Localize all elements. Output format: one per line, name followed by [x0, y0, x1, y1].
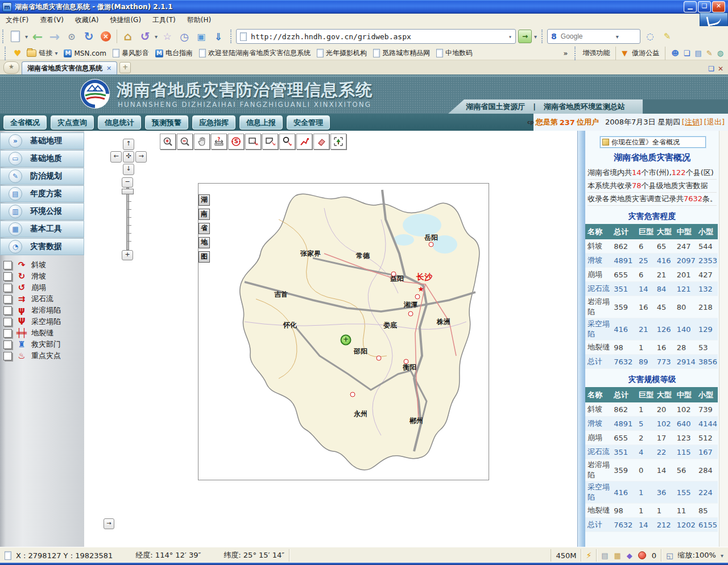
map-scroll-right-button[interactable]: → [104, 518, 114, 529]
nav-tab-全省概况[interactable]: 全省概况 [3, 115, 47, 130]
nav-tab-应急指挥[interactable]: 应急指挥 [192, 115, 235, 130]
pen-icon[interactable]: ✎ [706, 49, 713, 57]
layer-item-斜坡[interactable]: ↷斜坡 [0, 259, 84, 271]
link-land-resources-dept[interactable]: 湖南省国土资源厅 [466, 102, 525, 112]
sidebar-button-年度方案[interactable]: ▤年度方案 [0, 185, 84, 202]
zoom-in-map-button[interactable] [160, 134, 176, 149]
measure-distance-map-button[interactable]: ? [211, 134, 227, 149]
pan-down-button[interactable]: ↓ [123, 164, 134, 175]
user-icon[interactable]: ☻ [671, 49, 679, 57]
logout-link[interactable]: [注销] [682, 117, 702, 127]
resize-icon[interactable]: ◱ [666, 551, 673, 560]
nav-tab-信息统计[interactable]: 信息统计 [98, 115, 141, 130]
clock-icon[interactable]: ◷ [177, 29, 192, 44]
layer-checkbox[interactable] [3, 340, 12, 349]
close-button[interactable]: ✕ [712, 1, 725, 13]
minimize-button[interactable]: ▁ [684, 1, 697, 13]
zoom-out-slider-button[interactable]: − [122, 177, 133, 188]
menu-item[interactable]: 工具(T) [147, 14, 181, 27]
go-button[interactable]: → [518, 30, 532, 43]
zoom-slider-thumb[interactable] [122, 189, 134, 194]
magic-wand-icon[interactable]: ☆ [160, 29, 175, 44]
notes-icon[interactable]: ▤ [694, 49, 701, 57]
menu-item[interactable]: 查看(V) [34, 14, 69, 27]
quick-link[interactable]: 链接▾ [27, 48, 57, 58]
browser-tab-active[interactable]: 湖南省地质灾害信息系统 ✕ [22, 61, 117, 74]
disaster-point-marker[interactable] [350, 392, 355, 397]
menu-item[interactable]: 帮助(H) [181, 14, 217, 27]
stop-icon[interactable]: × [98, 29, 113, 44]
tab-close-icon[interactable]: ✕ [106, 65, 111, 72]
layer-checkbox[interactable] [3, 261, 12, 269]
zoom-dropdown-icon[interactable]: ▾ [721, 552, 723, 559]
new-window-icon[interactable]: ▦ [614, 551, 621, 560]
layer-checkbox[interactable] [3, 284, 12, 292]
nav-tab-灾点查询[interactable]: 灾点查询 [51, 115, 94, 130]
go-dropdown-icon[interactable]: ▾ [534, 34, 537, 40]
layer-item-采空塌陷[interactable]: Ψ采空塌陷 [0, 316, 84, 327]
circle-select-map-button[interactable] [279, 134, 295, 149]
sidebar-button-防治规划[interactable]: ✎防治规划 [0, 168, 84, 185]
search-icon[interactable]: ◌ [643, 29, 657, 44]
maximize-button[interactable]: ❏ [698, 1, 711, 13]
new-tab-button[interactable]: + [119, 62, 131, 73]
links-overflow-chevron[interactable]: » [563, 49, 568, 57]
history-dropdown-icon[interactable]: ⊙ [64, 29, 79, 44]
quick-link[interactable]: M电台指南 [155, 48, 193, 58]
sidebar-button-灾害数据[interactable]: ◔灾害数据 [0, 238, 84, 255]
zoom-in-slider-button[interactable]: + [122, 250, 133, 260]
layer-item-地裂缝[interactable]: ╪╪地裂缝 [0, 327, 84, 339]
download-icon[interactable]: ⇓ [211, 29, 226, 44]
layer-item-重点灾点[interactable]: ♨重点灾点 [0, 350, 84, 362]
quick-link[interactable]: 光年摄影机构 [317, 48, 367, 58]
layer-checkbox[interactable] [3, 318, 12, 326]
highlighter-icon[interactable]: ✎ [660, 29, 675, 44]
search-engine-dropdown-icon[interactable]: ▾ [616, 34, 619, 40]
favorites-heart-icon[interactable]: ♥ [14, 48, 21, 59]
disaster-point-marker[interactable] [404, 359, 409, 364]
sidebar-button-基础地理[interactable]: »基础地理 [0, 132, 84, 149]
proxy-icon[interactable]: ▤ [601, 551, 608, 560]
address-dropdown-icon[interactable]: ▾ [508, 34, 512, 40]
layer-checkbox[interactable] [3, 352, 12, 360]
filter-pack-icon[interactable]: ◆ [627, 551, 632, 560]
globe-icon[interactable]: ◍ [717, 49, 723, 57]
toolbar-grip[interactable] [2, 30, 6, 43]
forward-icon[interactable]: → [47, 29, 62, 44]
address-input[interactable] [250, 32, 506, 41]
sidebar-button-环境公报[interactable]: ▥环境公报 [0, 203, 84, 220]
undo-dropdown-icon[interactable]: ▾ [155, 34, 158, 40]
nav-tab-信息上报[interactable]: 信息上报 [239, 115, 283, 130]
layer-checkbox[interactable] [3, 329, 12, 338]
menu-item[interactable]: 快捷组(G) [104, 14, 147, 27]
sidebar-button-基础地质[interactable]: ▭基础地质 [0, 150, 84, 167]
layer-item-崩塌[interactable]: ↺崩塌 [0, 282, 84, 293]
layer-checkbox[interactable] [3, 306, 12, 315]
quick-link[interactable]: 觅路城市精品网 [373, 48, 430, 58]
menu-item[interactable]: 文件(F) [0, 14, 34, 27]
exit-link[interactable]: [退出] [704, 117, 725, 127]
window-icon[interactable]: ❏ [684, 49, 690, 57]
maxthon-charity-link[interactable]: 傲游公益 [632, 48, 659, 58]
layer-checkbox[interactable] [3, 272, 12, 281]
refresh-icon[interactable]: ↻ [81, 29, 96, 44]
zoom-out-map-button[interactable] [177, 134, 193, 149]
sidebar-button-基本工具[interactable]: ▦基本工具 [0, 221, 84, 238]
layer-item-滑坡[interactable]: ↻滑坡 [0, 271, 84, 282]
draw-line-map-button[interactable] [296, 134, 312, 149]
menu-item[interactable]: 收藏(A) [69, 14, 105, 27]
new-page-icon[interactable] [8, 29, 23, 44]
rect-select-map-button[interactable] [245, 134, 261, 149]
disaster-point-marker[interactable] [377, 356, 382, 361]
link-geo-env-monitoring-station[interactable]: 湖南省地质环境监测总站 [544, 102, 625, 112]
search-box[interactable]: 8 ▾ [547, 29, 640, 44]
quick-link[interactable]: MMSN.com [64, 49, 106, 57]
tab-list-star-icon[interactable]: ★ [3, 61, 19, 74]
home-icon[interactable]: ⌂ [121, 29, 135, 44]
layer-item-救灾部门[interactable]: ♜救灾部门 [0, 339, 84, 350]
tab-scroll-icon[interactable]: ❏ [708, 65, 714, 73]
layer-item-泥石流[interactable]: ⇉泥石流 [0, 293, 84, 305]
gps-locate-icon[interactable]: + [341, 335, 351, 346]
nav-tab-安全管理[interactable]: 安全管理 [287, 115, 330, 130]
pan-left-button[interactable]: ← [110, 151, 122, 163]
